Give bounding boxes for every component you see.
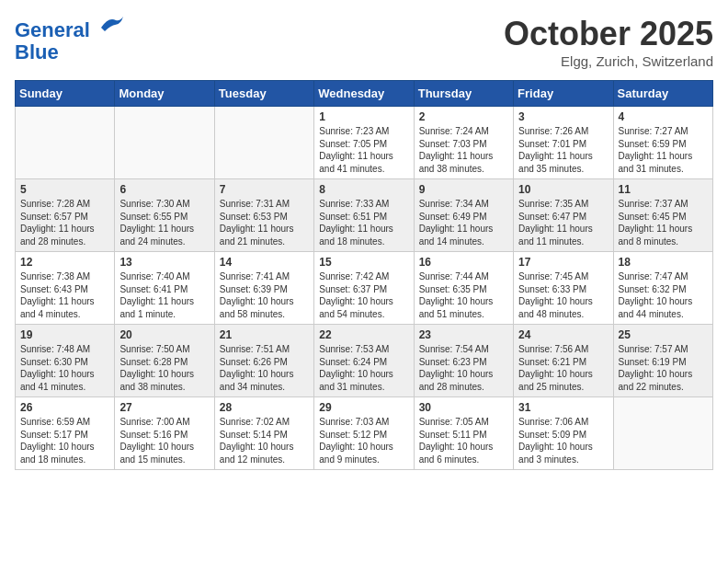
cell-content: Sunrise: 7:41 AM Sunset: 6:39 PM Dayligh…	[220, 270, 309, 320]
day-header-wednesday: Wednesday	[314, 81, 414, 107]
cell-content: Sunrise: 7:57 AM Sunset: 6:19 PM Dayligh…	[619, 343, 708, 393]
calendar-cell: 29Sunrise: 7:03 AM Sunset: 5:12 PM Dayli…	[314, 397, 414, 470]
day-number: 10	[518, 183, 608, 196]
calendar-cell	[16, 107, 115, 179]
day-number: 30	[419, 401, 508, 414]
day-number: 29	[319, 401, 408, 414]
day-header-sunday: Sunday	[16, 81, 115, 107]
logo-bird-icon	[97, 11, 127, 37]
day-number: 22	[319, 328, 408, 341]
day-number: 8	[319, 183, 408, 196]
day-number: 14	[220, 256, 309, 269]
day-number: 1	[319, 110, 408, 123]
day-number: 31	[518, 401, 608, 414]
page-header: General Blue October 2025 Elgg, Zurich, …	[15, 15, 713, 69]
day-header-saturday: Saturday	[613, 81, 712, 107]
calendar-cell: 7Sunrise: 7:31 AM Sunset: 6:53 PM Daylig…	[214, 179, 313, 252]
day-number: 25	[619, 328, 708, 341]
cell-content: Sunrise: 7:03 AM Sunset: 5:12 PM Dayligh…	[319, 416, 408, 465]
calendar-week-row: 19Sunrise: 7:48 AM Sunset: 6:30 PM Dayli…	[16, 325, 713, 397]
day-number: 27	[119, 401, 209, 414]
calendar-week-row: 5Sunrise: 7:28 AM Sunset: 6:57 PM Daylig…	[16, 179, 713, 252]
calendar-cell: 28Sunrise: 7:02 AM Sunset: 5:14 PM Dayli…	[214, 397, 313, 470]
title-block: October 2025 Elgg, Zurich, Switzerland	[504, 15, 713, 69]
cell-content: Sunrise: 7:50 AM Sunset: 6:28 PM Dayligh…	[119, 343, 209, 393]
day-number: 12	[20, 256, 109, 269]
calendar-cell: 19Sunrise: 7:48 AM Sunset: 6:30 PM Dayli…	[16, 325, 115, 397]
calendar-cell: 20Sunrise: 7:50 AM Sunset: 6:28 PM Dayli…	[115, 325, 214, 397]
day-number: 11	[619, 183, 708, 196]
day-number: 24	[518, 328, 608, 341]
calendar-cell: 25Sunrise: 7:57 AM Sunset: 6:19 PM Dayli…	[613, 325, 712, 397]
calendar-cell: 30Sunrise: 7:05 AM Sunset: 5:11 PM Dayli…	[414, 397, 513, 470]
calendar-week-row: 1Sunrise: 7:23 AM Sunset: 7:05 PM Daylig…	[16, 107, 713, 179]
logo: General Blue	[15, 15, 127, 63]
day-number: 7	[220, 183, 309, 196]
cell-content: Sunrise: 6:59 AM Sunset: 5:17 PM Dayligh…	[20, 416, 109, 465]
day-header-monday: Monday	[115, 81, 214, 107]
day-number: 13	[119, 256, 209, 269]
cell-content: Sunrise: 7:40 AM Sunset: 6:41 PM Dayligh…	[119, 270, 209, 320]
cell-content: Sunrise: 7:34 AM Sunset: 6:49 PM Dayligh…	[419, 198, 508, 247]
day-number: 16	[419, 256, 508, 269]
calendar-header-row: SundayMondayTuesdayWednesdayThursdayFrid…	[16, 81, 713, 107]
cell-content: Sunrise: 7:24 AM Sunset: 7:03 PM Dayligh…	[419, 125, 508, 175]
day-number: 2	[419, 110, 508, 123]
calendar-week-row: 26Sunrise: 6:59 AM Sunset: 5:17 PM Dayli…	[16, 397, 713, 470]
cell-content: Sunrise: 7:47 AM Sunset: 6:32 PM Dayligh…	[619, 270, 708, 320]
cell-content: Sunrise: 7:06 AM Sunset: 5:09 PM Dayligh…	[518, 416, 608, 465]
day-header-friday: Friday	[514, 81, 613, 107]
calendar-cell: 16Sunrise: 7:44 AM Sunset: 6:35 PM Dayli…	[414, 252, 513, 325]
cell-content: Sunrise: 7:54 AM Sunset: 6:23 PM Dayligh…	[419, 343, 508, 393]
calendar-cell: 3Sunrise: 7:26 AM Sunset: 7:01 PM Daylig…	[514, 107, 613, 179]
calendar-cell: 14Sunrise: 7:41 AM Sunset: 6:39 PM Dayli…	[214, 252, 313, 325]
calendar-week-row: 12Sunrise: 7:38 AM Sunset: 6:43 PM Dayli…	[16, 252, 713, 325]
calendar-cell: 4Sunrise: 7:27 AM Sunset: 6:59 PM Daylig…	[613, 107, 712, 179]
calendar-cell	[214, 107, 313, 179]
calendar-cell: 31Sunrise: 7:06 AM Sunset: 5:09 PM Dayli…	[514, 397, 613, 470]
calendar-cell: 27Sunrise: 7:00 AM Sunset: 5:16 PM Dayli…	[115, 397, 214, 470]
day-number: 5	[20, 183, 109, 196]
day-number: 6	[119, 183, 209, 196]
calendar-cell: 15Sunrise: 7:42 AM Sunset: 6:37 PM Dayli…	[314, 252, 414, 325]
cell-content: Sunrise: 7:28 AM Sunset: 6:57 PM Dayligh…	[20, 198, 109, 247]
calendar-cell: 22Sunrise: 7:53 AM Sunset: 6:24 PM Dayli…	[314, 325, 414, 397]
month-title: October 2025	[504, 15, 713, 53]
cell-content: Sunrise: 7:23 AM Sunset: 7:05 PM Dayligh…	[319, 125, 408, 175]
day-header-thursday: Thursday	[414, 81, 513, 107]
calendar-table: SundayMondayTuesdayWednesdayThursdayFrid…	[15, 80, 713, 470]
cell-content: Sunrise: 7:37 AM Sunset: 6:45 PM Dayligh…	[619, 198, 708, 247]
calendar-cell: 5Sunrise: 7:28 AM Sunset: 6:57 PM Daylig…	[16, 179, 115, 252]
day-number: 18	[619, 256, 708, 269]
location: Elgg, Zurich, Switzerland	[504, 53, 713, 69]
calendar-cell: 2Sunrise: 7:24 AM Sunset: 7:03 PM Daylig…	[414, 107, 513, 179]
day-number: 4	[619, 110, 708, 123]
calendar-cell: 10Sunrise: 7:35 AM Sunset: 6:47 PM Dayli…	[514, 179, 613, 252]
cell-content: Sunrise: 7:05 AM Sunset: 5:11 PM Dayligh…	[419, 416, 508, 465]
day-number: 15	[319, 256, 408, 269]
calendar-cell: 11Sunrise: 7:37 AM Sunset: 6:45 PM Dayli…	[613, 179, 712, 252]
calendar-cell: 18Sunrise: 7:47 AM Sunset: 6:32 PM Dayli…	[613, 252, 712, 325]
day-number: 23	[419, 328, 508, 341]
day-header-tuesday: Tuesday	[214, 81, 313, 107]
calendar-cell: 6Sunrise: 7:30 AM Sunset: 6:55 PM Daylig…	[115, 179, 214, 252]
calendar-cell	[115, 107, 214, 179]
cell-content: Sunrise: 7:53 AM Sunset: 6:24 PM Dayligh…	[319, 343, 408, 393]
day-number: 20	[119, 328, 209, 341]
day-number: 28	[220, 401, 309, 414]
calendar-cell: 9Sunrise: 7:34 AM Sunset: 6:49 PM Daylig…	[414, 179, 513, 252]
cell-content: Sunrise: 7:00 AM Sunset: 5:16 PM Dayligh…	[119, 416, 209, 465]
calendar-cell: 26Sunrise: 6:59 AM Sunset: 5:17 PM Dayli…	[16, 397, 115, 470]
cell-content: Sunrise: 7:42 AM Sunset: 6:37 PM Dayligh…	[319, 270, 408, 320]
calendar-cell: 24Sunrise: 7:56 AM Sunset: 6:21 PM Dayli…	[514, 325, 613, 397]
calendar-cell: 8Sunrise: 7:33 AM Sunset: 6:51 PM Daylig…	[314, 179, 414, 252]
cell-content: Sunrise: 7:27 AM Sunset: 6:59 PM Dayligh…	[619, 125, 708, 175]
calendar-cell: 1Sunrise: 7:23 AM Sunset: 7:05 PM Daylig…	[314, 107, 414, 179]
cell-content: Sunrise: 7:02 AM Sunset: 5:14 PM Dayligh…	[220, 416, 309, 465]
calendar-cell	[613, 397, 712, 470]
cell-content: Sunrise: 7:51 AM Sunset: 6:26 PM Dayligh…	[220, 343, 309, 393]
day-number: 9	[419, 183, 508, 196]
day-number: 3	[518, 110, 608, 123]
cell-content: Sunrise: 7:31 AM Sunset: 6:53 PM Dayligh…	[220, 198, 309, 247]
logo-general: General	[15, 18, 90, 41]
